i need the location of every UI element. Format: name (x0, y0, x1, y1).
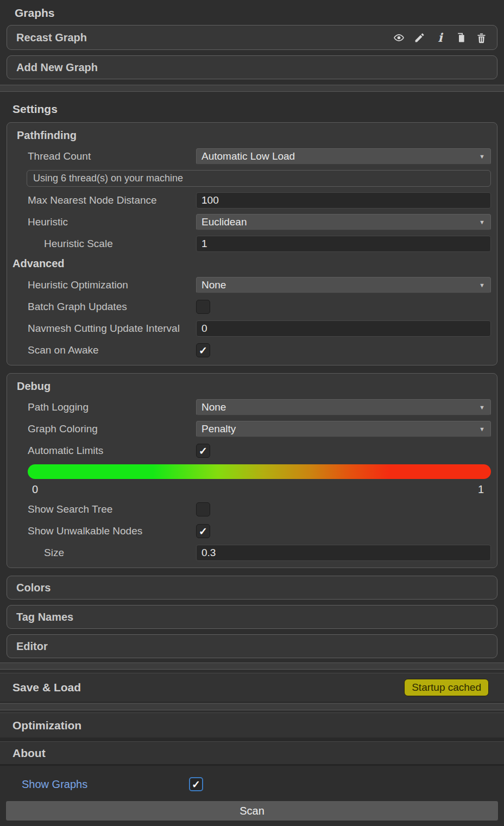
settings-header: Settings (0, 95, 504, 122)
section-gap (0, 737, 504, 741)
graph-row-recast[interactable]: Recast Graph i (7, 25, 497, 50)
size-input[interactable] (196, 545, 491, 561)
heuristic-label: Heuristic (28, 216, 196, 228)
section-divider (0, 663, 504, 670)
penalty-gradient (28, 464, 491, 479)
optimization-label: Optimization (12, 719, 81, 732)
batch-graph-updates-checkbox[interactable] (196, 300, 210, 314)
show-search-tree-row: Show Search Tree (28, 501, 491, 518)
section-divider (0, 85, 504, 92)
scan-on-awake-row: Scan on Awake (28, 342, 491, 358)
show-unwalkable-checkbox[interactable] (196, 524, 210, 538)
size-label: Size (28, 547, 196, 559)
show-graphs-checkbox[interactable] (189, 777, 203, 791)
heuristic-optimization-dropdown[interactable]: None ▼ (196, 277, 491, 293)
graph-coloring-label: Graph Coloring (28, 423, 196, 435)
graph-row-icon-group: i (393, 31, 488, 44)
section-divider (0, 703, 504, 710)
graph-row-label: Recast Graph (16, 31, 87, 44)
foldout-tag-names[interactable]: Tag Names (7, 605, 497, 629)
thread-count-label: Thread Count (28, 150, 196, 162)
batch-graph-updates-row: Batch Graph Updates (28, 299, 491, 315)
chevron-down-icon: ▼ (479, 282, 485, 288)
save-load-section[interactable]: Save & Load Startup cached (0, 673, 504, 701)
optimization-section[interactable]: Optimization (0, 712, 504, 737)
show-graphs-label[interactable]: Show Graphs (22, 778, 189, 791)
debug-title: Debug (7, 380, 491, 395)
heuristic-optimization-row: Heuristic Optimization None ▼ (28, 277, 491, 293)
thread-count-row: Thread Count Automatic Low Load ▼ (28, 148, 491, 165)
gradient-max-label: 1 (478, 483, 484, 496)
foldout-editor-label: Editor (16, 640, 48, 653)
show-graphs-row: Show Graphs (22, 775, 504, 793)
max-nearest-input[interactable] (196, 192, 491, 209)
heuristic-optimization-label: Heuristic Optimization (28, 279, 196, 291)
heuristic-dropdown[interactable]: Euclidean ▼ (196, 214, 491, 230)
graph-coloring-dropdown[interactable]: Penalty ▼ (196, 421, 491, 437)
navmesh-cutting-label: Navmesh Cutting Update Interval (28, 323, 196, 335)
graph-coloring-row: Graph Coloring Penalty ▼ (28, 421, 491, 437)
show-unwalkable-label: Show Unwalkable Nodes (28, 525, 196, 537)
chevron-down-icon: ▼ (479, 219, 485, 225)
thread-count-dropdown[interactable]: Automatic Low Load ▼ (196, 148, 491, 165)
pencil-icon[interactable] (413, 31, 426, 44)
foldout-editor[interactable]: Editor (7, 634, 497, 658)
show-search-tree-label: Show Search Tree (28, 503, 196, 515)
automatic-limits-label: Automatic Limits (28, 445, 196, 457)
about-divider (0, 764, 504, 766)
info-icon[interactable]: i (434, 31, 446, 44)
about-section[interactable]: About (0, 741, 504, 764)
about-label: About (12, 747, 46, 760)
foldout-tag-names-label: Tag Names (16, 611, 73, 623)
trash-icon[interactable] (475, 31, 488, 44)
show-search-tree-checkbox[interactable] (196, 502, 210, 516)
navmesh-cutting-input[interactable] (196, 320, 491, 337)
automatic-limits-row: Automatic Limits (28, 443, 491, 459)
scan-on-awake-checkbox[interactable] (196, 343, 210, 357)
thread-count-value: Automatic Low Load (201, 150, 295, 162)
path-logging-row: Path Logging None ▼ (28, 399, 491, 415)
scan-on-awake-label: Scan on Awake (28, 344, 196, 356)
size-row: Size (28, 545, 491, 561)
pathfinding-title: Pathfinding (7, 129, 491, 144)
heuristic-scale-label: Heuristic Scale (28, 238, 196, 250)
path-logging-label: Path Logging (28, 401, 196, 413)
automatic-limits-checkbox[interactable] (196, 444, 210, 458)
path-logging-value: None (201, 401, 226, 413)
penalty-gradient-labels: 0 1 (32, 482, 484, 497)
max-nearest-label: Max Nearest Node Distance (28, 194, 196, 206)
chevron-down-icon: ▼ (479, 404, 485, 411)
batch-graph-updates-label: Batch Graph Updates (28, 301, 196, 313)
foldout-colors[interactable]: Colors (7, 576, 497, 600)
startup-cached-badge: Startup cached (404, 679, 489, 696)
chevron-down-icon: ▼ (479, 426, 485, 432)
debug-groupbox: Debug Path Logging None ▼ Graph Coloring… (7, 373, 497, 568)
advanced-title: Advanced (12, 257, 491, 272)
pathfinding-groupbox: Pathfinding Thread Count Automatic Low L… (7, 122, 497, 365)
eye-icon[interactable] (393, 31, 405, 44)
heuristic-optimization-value: None (201, 279, 226, 291)
show-unwalkable-row: Show Unwalkable Nodes (28, 523, 491, 539)
heuristic-row: Heuristic Euclidean ▼ (28, 214, 491, 230)
graph-coloring-value: Penalty (201, 423, 236, 435)
thread-info-box: Using 6 thread(s) on your machine (27, 170, 491, 187)
scan-button[interactable]: Scan (5, 800, 499, 821)
graphs-header: Graphs (0, 0, 504, 25)
duplicate-icon[interactable] (455, 31, 467, 44)
foldout-colors-label: Colors (16, 582, 51, 594)
path-logging-dropdown[interactable]: None ▼ (196, 399, 491, 415)
scan-button-label: Scan (240, 805, 264, 817)
add-new-graph-label: Add New Graph (16, 61, 98, 74)
gradient-min-label: 0 (32, 483, 38, 496)
chevron-down-icon: ▼ (479, 153, 485, 160)
navmesh-cutting-row: Navmesh Cutting Update Interval (28, 320, 491, 337)
thread-info-text: Using 6 thread(s) on your machine (33, 173, 183, 184)
heuristic-value: Euclidean (201, 216, 247, 228)
heuristic-scale-input[interactable] (196, 236, 491, 252)
save-load-label: Save & Load (12, 681, 81, 694)
max-nearest-row: Max Nearest Node Distance (28, 192, 491, 209)
add-new-graph-button[interactable]: Add New Graph (7, 55, 497, 79)
heuristic-scale-row: Heuristic Scale (28, 236, 491, 252)
